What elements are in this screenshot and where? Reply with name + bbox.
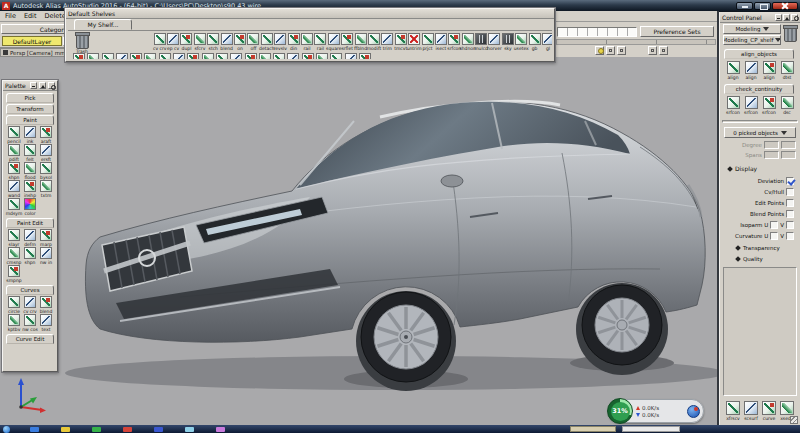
shelf-tool-isect[interactable]: isect bbox=[434, 33, 447, 51]
palette-tool-mdsym[interactable]: mdsym bbox=[6, 198, 22, 216]
windows-taskbar[interactable] bbox=[0, 425, 800, 433]
cp-shelf-dropdown[interactable]: Modeling_CP_shelf bbox=[723, 35, 781, 45]
field-input-1[interactable] bbox=[764, 151, 779, 159]
tray-window-2[interactable] bbox=[622, 426, 680, 432]
palette-tab-paint[interactable]: Paint bbox=[6, 115, 54, 125]
palette-tool-blend[interactable]: blend bbox=[38, 296, 54, 314]
palette-tool-flood[interactable]: flood bbox=[22, 162, 38, 180]
cp-bottom-tool-curve[interactable]: curve bbox=[760, 401, 778, 421]
cp-expand-icon[interactable] bbox=[783, 14, 790, 21]
tray-window-1[interactable] bbox=[570, 426, 616, 432]
palette-tool-bysol[interactable]: bysol bbox=[38, 162, 54, 180]
control-panel-header[interactable]: Control Panel bbox=[720, 12, 800, 23]
window-icon[interactable] bbox=[659, 46, 668, 55]
palette-expand-icon[interactable] bbox=[39, 82, 46, 89]
shelf-tool-icon[interactable] bbox=[87, 53, 99, 59]
shelf-tool-icon[interactable] bbox=[245, 53, 257, 59]
shelf-tool-icon[interactable] bbox=[287, 53, 299, 59]
cp-tool-align[interactable]: align bbox=[742, 61, 760, 80]
shelf-tool-icon[interactable] bbox=[159, 53, 171, 59]
start-button-icon[interactable] bbox=[3, 426, 10, 433]
palette-pin-icon[interactable] bbox=[48, 82, 55, 89]
palette-tab-curve-edit[interactable]: Curve Edit bbox=[6, 334, 54, 344]
preference-sets-button[interactable]: Preference Sets bbox=[640, 26, 714, 37]
shelf-tool-ep-cv[interactable]: ep cv bbox=[166, 33, 179, 51]
mode-dropdown[interactable]: Modeling bbox=[723, 24, 781, 34]
resize-grip-icon[interactable] bbox=[790, 416, 798, 424]
taskbar-app-icon[interactable] bbox=[92, 427, 101, 432]
shelf-tool-gb[interactable]: gb bbox=[528, 33, 541, 51]
shelf-tool-blend[interactable]: blend bbox=[220, 33, 233, 51]
palette-tool-shpn[interactable]: shpn bbox=[6, 162, 22, 180]
palette-tool-shpn[interactable]: shpn bbox=[22, 247, 38, 265]
cv-hull-checkbox[interactable] bbox=[786, 188, 794, 196]
default-shelves-window[interactable]: Default Shelves My Shelf... Trash cv crv… bbox=[65, 8, 555, 62]
shelf-tool-icon[interactable] bbox=[102, 53, 114, 59]
shelf-trash[interactable]: Trash bbox=[72, 34, 92, 54]
menu-file[interactable]: File bbox=[5, 12, 16, 20]
cp-bottom-tool-xfrscv[interactable]: xfrscv bbox=[724, 401, 742, 421]
cp-tool-align[interactable]: align bbox=[724, 61, 742, 80]
shelf-tool-icon[interactable] bbox=[273, 53, 285, 59]
palette-tool-text[interactable]: text bbox=[38, 314, 54, 332]
maximize-button[interactable] bbox=[754, 2, 771, 10]
shelf-tool-modift[interactable]: modift bbox=[367, 33, 380, 51]
palette-tool-ersft[interactable]: ersft bbox=[38, 144, 54, 162]
shelf-tool-ffblnd[interactable]: ffblnd bbox=[354, 33, 367, 51]
picked-objects-dropdown[interactable]: 0 picked objects bbox=[724, 127, 796, 138]
deviation-checkbox[interactable] bbox=[786, 177, 794, 185]
palette-tool-wand[interactable]: wand bbox=[6, 180, 22, 198]
palette-tool-color[interactable]: color bbox=[22, 198, 38, 216]
shelf-tool-square[interactable]: square bbox=[327, 33, 340, 51]
field-input-2[interactable] bbox=[781, 151, 796, 159]
close-button[interactable] bbox=[772, 2, 798, 10]
viewport-title-bar[interactable]: Persp [Camera] mm bbox=[0, 48, 66, 57]
shelf-tool-icon[interactable] bbox=[216, 53, 228, 59]
palette-tab-curves[interactable]: Curves bbox=[6, 285, 54, 295]
palette-tool-smpnp[interactable]: smpnp bbox=[6, 265, 22, 283]
cp-trash[interactable] bbox=[784, 27, 797, 42]
cp-tool-dsc[interactable]: dsc bbox=[778, 96, 796, 115]
cp-tool-srfcon[interactable]: srfcon bbox=[724, 96, 742, 115]
taskbar-app-icon[interactable] bbox=[30, 427, 39, 432]
palette-tool-circle[interactable]: circle bbox=[6, 296, 22, 314]
shelf-tool-shdnon[interactable]: shdnon bbox=[461, 33, 474, 51]
shelf-tool-icon[interactable] bbox=[302, 53, 314, 59]
field-input-1[interactable] bbox=[764, 141, 779, 149]
shelf-tool-dupl[interactable]: dupl bbox=[180, 33, 193, 51]
shelf-tool-detach[interactable]: detach bbox=[260, 33, 273, 51]
isoparm-u-checkbox[interactable] bbox=[770, 221, 778, 229]
menu-edit[interactable]: Edit bbox=[24, 12, 37, 20]
palette-tab-pick[interactable]: Pick bbox=[6, 93, 54, 103]
palette-tool-pencil[interactable]: pencil bbox=[6, 126, 22, 144]
palette-tool-araft[interactable]: araft bbox=[38, 126, 54, 144]
taskbar-app-icon[interactable] bbox=[185, 427, 194, 432]
blend-points-checkbox[interactable] bbox=[786, 210, 794, 218]
shelf-tool-srflet[interactable]: srflet bbox=[340, 33, 353, 51]
shelf-tool-sfcrv[interactable]: sfcrv bbox=[193, 33, 206, 51]
shelf-tool-icon[interactable] bbox=[130, 53, 142, 59]
shelf-tool-trim[interactable]: trim bbox=[381, 33, 394, 51]
palette-tool-nw-in[interactable]: nw in bbox=[38, 247, 54, 265]
shelf-tool-icon[interactable] bbox=[173, 53, 185, 59]
shelf-tool-mulcd[interactable]: mulcd bbox=[474, 33, 487, 51]
minimize-button[interactable] bbox=[736, 2, 753, 10]
shelves-title-bar[interactable]: Default Shelves bbox=[66, 9, 554, 19]
monitor-app-icon[interactable] bbox=[687, 405, 700, 418]
cp-tool-srfcon[interactable]: srfcon bbox=[742, 96, 760, 115]
shelf-tool-on[interactable]: on bbox=[233, 33, 246, 51]
shelf-tool-icon[interactable] bbox=[144, 53, 156, 59]
cp-tab-align-objects[interactable]: align_objects bbox=[724, 49, 794, 59]
network-monitor-widget[interactable]: 31% 0.0K/s 0.0K/s bbox=[608, 399, 704, 423]
shelf-tool-revslv[interactable]: revslv bbox=[274, 33, 287, 51]
shelf-tool-icon[interactable] bbox=[345, 53, 357, 59]
menu-delete[interactable]: Delete bbox=[44, 12, 65, 20]
my-shelf-tab[interactable]: My Shelf... bbox=[74, 19, 132, 30]
shelf-tool-rail[interactable]: rail bbox=[314, 33, 327, 51]
palette-tool-ink[interactable]: ink bbox=[22, 126, 38, 144]
layout-icon[interactable] bbox=[648, 46, 657, 55]
cp-tool-align[interactable]: align bbox=[760, 61, 778, 80]
shelf-tool-tmcvt[interactable]: tmcvt bbox=[394, 33, 407, 51]
shelf-tool-untrim[interactable]: untrim bbox=[407, 33, 420, 51]
edit-points-checkbox[interactable] bbox=[786, 199, 794, 207]
